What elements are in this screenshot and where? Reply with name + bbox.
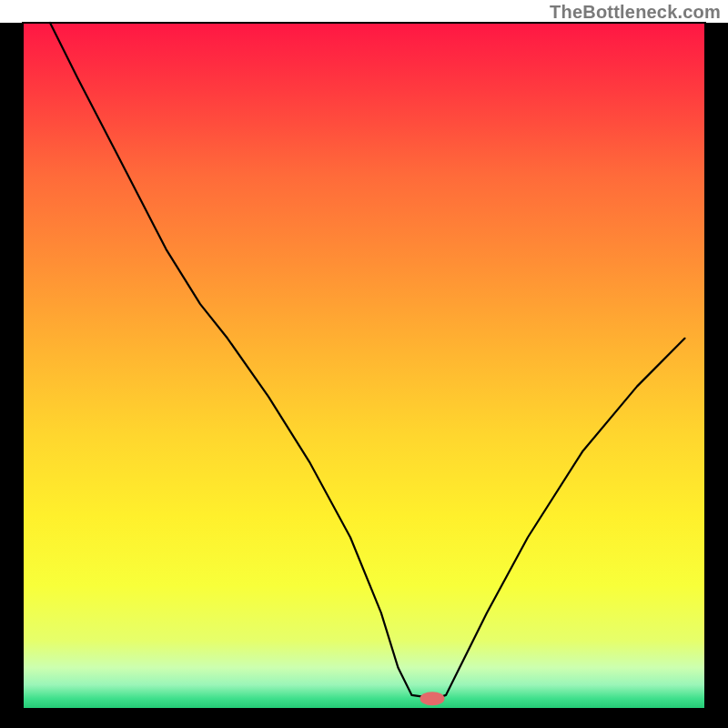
chart-container: TheBottleneck.com bbox=[0, 0, 728, 728]
gradient-background bbox=[23, 23, 705, 709]
frame-margin bbox=[705, 23, 728, 728]
optimal-point-marker bbox=[420, 692, 445, 705]
watermark-text: TheBottleneck.com bbox=[550, 2, 721, 23]
bottleneck-chart bbox=[0, 0, 728, 728]
frame-margin bbox=[0, 23, 23, 728]
frame-margin bbox=[0, 709, 728, 728]
